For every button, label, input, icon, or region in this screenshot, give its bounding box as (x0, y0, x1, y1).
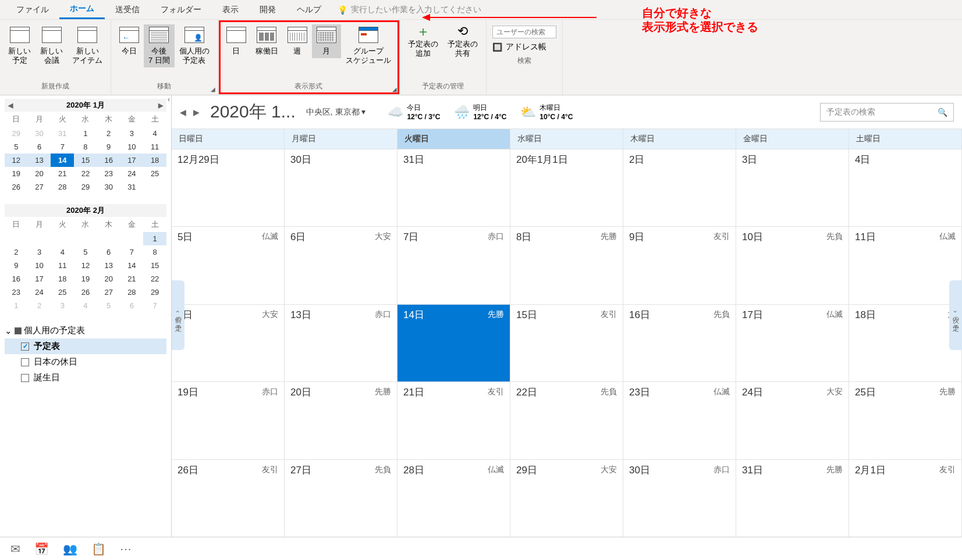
next-month-icon[interactable]: ▶ (158, 102, 163, 109)
calendar-day-cell[interactable]: 5日仏滅 (172, 227, 285, 304)
menu-ホーム[interactable]: ホーム (59, 0, 105, 19)
calendar-day-cell[interactable]: 14日先勝 (397, 305, 510, 381)
mini-cal-day[interactable]: 21 (51, 167, 74, 180)
mini-cal-day[interactable] (5, 232, 28, 245)
calendar-day-cell[interactable]: 26日友引 (172, 460, 285, 537)
mini-cal-day[interactable]: 22 (74, 167, 97, 180)
ribbon-btn-グループ-スケジュール[interactable]: グループスケジュール (341, 24, 396, 67)
ribbon-btn-新しい-会議[interactable]: 新しい会議 (36, 24, 68, 67)
mini-cal-day[interactable]: 4 (143, 127, 166, 140)
mini-cal-day[interactable] (51, 232, 74, 245)
dialog-launcher-icon[interactable]: ◢ (211, 86, 215, 92)
calendar-day-cell[interactable]: 10日先負 (736, 227, 849, 304)
location-dropdown[interactable]: 中央区, 東京都 ▾ (306, 107, 366, 117)
mini-cal-day[interactable] (74, 232, 97, 245)
menu-送受信[interactable]: 送受信 (105, 1, 150, 19)
ribbon-btn-月[interactable]: 月 (312, 24, 341, 58)
mini-cal-day[interactable]: 23 (97, 167, 120, 180)
mini-cal-day[interactable]: 19 (74, 272, 97, 286)
mini-cal-day[interactable]: 6 (97, 245, 120, 259)
dialog-launcher-icon[interactable]: ◢ (392, 86, 397, 92)
calendar-day-cell[interactable]: 8日先勝 (510, 227, 623, 304)
ribbon-btn-今後-7 日間[interactable]: 今後7 日間 (144, 24, 175, 67)
mini-cal-day[interactable]: 16 (97, 154, 120, 167)
mini-cal-day[interactable]: 7 (120, 245, 144, 259)
ribbon-btn-予定表の-共有[interactable]: ⟲予定表の共有 (443, 24, 482, 60)
mini-cal-day[interactable] (28, 232, 51, 245)
mini-cal-day[interactable]: 9 (97, 140, 120, 154)
calendar-day-cell[interactable]: 22日先負 (510, 382, 623, 459)
ribbon-btn-個人用の-予定表[interactable]: 👤個人用の予定表 (175, 24, 214, 67)
calendar-day-cell[interactable]: 2月1日友引 (849, 460, 962, 537)
mini-cal-day[interactable]: 7 (51, 140, 74, 154)
mini-cal-day[interactable]: 18 (143, 154, 166, 167)
calendar-list-item[interactable]: ✓予定表 (5, 338, 166, 354)
address-book-button[interactable]: 🔲 アドレス帳 (492, 42, 556, 52)
calendar-day-cell[interactable]: 20年1月1日 (510, 149, 623, 226)
calendar-day-cell[interactable]: 24日大安 (736, 382, 849, 459)
calendar-day-cell[interactable]: 28日仏滅 (397, 460, 510, 537)
calendar-day-cell[interactable]: 30日 (285, 149, 397, 226)
mini-cal-day[interactable]: 20 (97, 272, 120, 286)
collapse-sidebar-icon[interactable]: ‹ (168, 95, 170, 104)
mini-cal-day[interactable]: 29 (5, 127, 28, 140)
mini-cal-day[interactable]: 9 (5, 259, 28, 272)
calendar-group-header[interactable]: ⌄ 個人用の予定表 (5, 323, 166, 338)
mini-cal-day[interactable]: 5 (97, 299, 120, 312)
menu-ファイル[interactable]: ファイル (6, 1, 59, 19)
calendar-search-input[interactable]: 予定表の検索 🔍 (820, 103, 954, 122)
ribbon-btn-予定表の-追加[interactable]: ＋予定表の追加 (403, 24, 443, 60)
mini-cal-day[interactable]: 4 (74, 299, 97, 312)
calendar-day-cell[interactable]: 13日赤口 (285, 305, 397, 381)
prev-month-icon[interactable]: ◀ (180, 108, 186, 117)
prev-appointments-handle[interactable]: ‹前の予定 (172, 280, 184, 350)
user-search-input[interactable] (492, 26, 556, 38)
menu-ヘルプ[interactable]: ヘルプ (286, 1, 332, 19)
calendar-day-cell[interactable]: 15日友引 (510, 305, 623, 381)
mini-cal-day[interactable]: 19 (5, 167, 28, 180)
ribbon-btn-今日[interactable]: ←今日 (115, 24, 144, 58)
mini-cal-day[interactable]: 29 (74, 180, 97, 194)
calendar-day-cell[interactable]: 31日先勝 (736, 460, 849, 537)
mini-cal-day[interactable]: 13 (97, 259, 120, 272)
mini-cal-day[interactable]: 13 (28, 154, 51, 167)
calendar-day-cell[interactable]: 29日大安 (510, 460, 623, 537)
menu-開発[interactable]: 開発 (249, 1, 286, 19)
mini-cal-day[interactable]: 25 (51, 286, 74, 299)
mini-cal-day[interactable]: 2 (28, 299, 51, 312)
mini-cal-day[interactable]: 24 (120, 167, 144, 180)
menu-フォルダー[interactable]: フォルダー (150, 1, 212, 19)
mini-cal-day[interactable]: 3 (28, 245, 51, 259)
mini-cal-day[interactable]: 20 (28, 167, 51, 180)
mini-cal-day[interactable]: 8 (74, 140, 97, 154)
prev-month-icon[interactable]: ◀ (8, 102, 13, 109)
menu-表示[interactable]: 表示 (212, 1, 249, 19)
calendar-day-cell[interactable]: 25日先勝 (849, 382, 962, 459)
mini-cal-day[interactable]: 5 (5, 140, 28, 154)
mini-cal-day[interactable]: 6 (120, 299, 144, 312)
mini-cal-day[interactable]: 23 (5, 286, 28, 299)
people-icon[interactable]: 👥 (63, 542, 77, 556)
mini-cal-day[interactable]: 1 (5, 299, 28, 312)
ribbon-btn-週[interactable]: 週 (283, 24, 312, 58)
calendar-day-cell[interactable]: 31日 (397, 149, 510, 226)
calendar-day-cell[interactable]: 2日大安 (172, 305, 285, 381)
ribbon-btn-新しい-アイテム[interactable]: 新しいアイテム (68, 24, 107, 67)
calendar-day-cell[interactable]: 19日赤口 (172, 382, 285, 459)
mini-cal-day[interactable]: 8 (143, 245, 166, 259)
mini-cal-day[interactable]: 31 (51, 127, 74, 140)
tasks-icon[interactable]: 📋 (91, 542, 106, 556)
calendar-day-cell[interactable]: 30日赤口 (623, 460, 736, 537)
mini-cal-day[interactable]: 30 (28, 127, 51, 140)
weather-day[interactable]: ☁️今日12°C / 3°C (388, 103, 440, 121)
mini-cal-day[interactable]: 10 (120, 140, 144, 154)
mini-cal-day[interactable]: 21 (120, 272, 144, 286)
mini-cal-day[interactable]: 3 (120, 127, 144, 140)
ribbon-btn-新しい-予定[interactable]: 新しい予定 (3, 24, 36, 67)
calendar-day-cell[interactable]: 7日赤口 (397, 227, 510, 304)
mini-cal-day[interactable]: 11 (51, 259, 74, 272)
mini-cal-day[interactable]: 14 (120, 259, 144, 272)
calendar-list-item[interactable]: 日本の休日 (5, 354, 166, 370)
calendar-day-cell[interactable]: 23日仏滅 (623, 382, 736, 459)
mini-cal-day[interactable]: 7 (143, 299, 166, 312)
